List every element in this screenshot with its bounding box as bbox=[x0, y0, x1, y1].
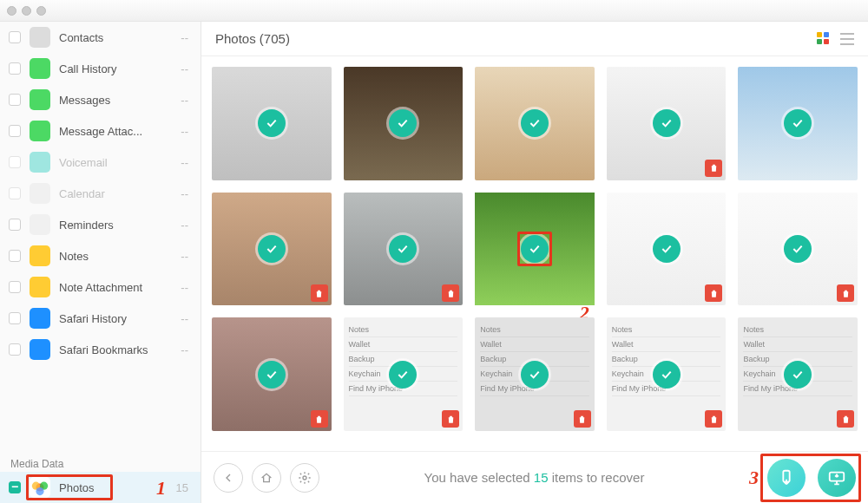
sidebar-item-messages[interactable]: Messages-- bbox=[0, 84, 201, 115]
traffic-light-minimize[interactable] bbox=[22, 6, 31, 16]
selected-check-icon bbox=[784, 235, 812, 263]
sidebar-item-label: Call History bbox=[59, 62, 172, 75]
selected-check-icon bbox=[389, 109, 417, 137]
photo-thumb[interactable] bbox=[607, 193, 727, 306]
photo-thumb[interactable] bbox=[212, 67, 332, 180]
message-attachments-icon bbox=[30, 121, 50, 141]
photo-thumb[interactable]: NotesWalletBackupKeychainFind My iPhone bbox=[475, 317, 595, 431]
sidebar-item-safari-bookmarks[interactable]: Safari Bookmarks-- bbox=[0, 334, 201, 365]
safari-bookmarks-icon bbox=[30, 339, 50, 360]
sidebar-item-label: Note Attachment bbox=[59, 281, 172, 294]
selected-check-icon bbox=[521, 361, 549, 389]
checkbox-icon[interactable] bbox=[9, 94, 21, 106]
sidebar-item-count: -- bbox=[181, 62, 188, 75]
sidebar-item-label: Contacts bbox=[59, 31, 172, 44]
sidebar-item-notes[interactable]: Notes-- bbox=[0, 240, 201, 271]
trash-icon[interactable] bbox=[311, 284, 328, 302]
sidebar-item-label: Safari History bbox=[59, 312, 172, 325]
photo-thumb[interactable] bbox=[344, 193, 464, 306]
svg-point-4 bbox=[303, 476, 306, 480]
photo-thumb[interactable] bbox=[475, 67, 595, 180]
annotation-1: 1 bbox=[156, 477, 166, 500]
sidebar-section-media: Media Data bbox=[0, 453, 201, 472]
sidebar-item-count: -- bbox=[181, 312, 188, 325]
sidebar-item-photos[interactable]: Photos 15 1 bbox=[0, 472, 201, 503]
sidebar-item-label: Message Attac... bbox=[59, 125, 172, 138]
checkbox-icon[interactable] bbox=[9, 31, 21, 43]
grid-view-icon[interactable] bbox=[816, 31, 832, 47]
selected-check-icon bbox=[258, 109, 286, 137]
trash-icon[interactable] bbox=[311, 410, 328, 428]
checkbox-icon[interactable] bbox=[9, 62, 21, 75]
checkbox-icon[interactable] bbox=[9, 343, 21, 356]
messages-icon bbox=[30, 89, 50, 110]
sidebar: Contacts--Call History--Messages--Messag… bbox=[0, 22, 201, 503]
selected-check-icon bbox=[258, 235, 286, 263]
sidebar-item-count: -- bbox=[181, 250, 188, 263]
checkbox-icon[interactable] bbox=[9, 219, 21, 231]
footer: You have selected 15 items to recover 3 bbox=[201, 451, 868, 503]
sidebar-item-count: -- bbox=[181, 281, 188, 294]
selected-check-icon bbox=[521, 109, 549, 137]
checkbox-icon[interactable] bbox=[9, 312, 21, 324]
photo-thumb[interactable] bbox=[344, 67, 464, 180]
selected-check-icon bbox=[653, 109, 681, 137]
reminders-icon bbox=[30, 214, 50, 235]
main-header: Photos (705) bbox=[201, 22, 868, 56]
trash-icon[interactable] bbox=[705, 160, 722, 177]
sidebar-item-count: -- bbox=[181, 156, 188, 169]
selected-check-icon bbox=[653, 361, 681, 389]
photo-thumb[interactable] bbox=[607, 67, 727, 180]
photo-thumb[interactable]: NotesWalletBackupKeychainFind My iPhone bbox=[738, 317, 858, 431]
photo-thumb[interactable]: NotesWalletBackupKeychainFind My iPhone bbox=[607, 317, 727, 431]
sidebar-item-safari-history[interactable]: Safari History-- bbox=[0, 303, 201, 334]
checkbox-icon bbox=[9, 156, 21, 168]
sidebar-item-label: Calendar bbox=[59, 187, 172, 200]
back-button[interactable] bbox=[214, 463, 243, 493]
trash-icon[interactable] bbox=[837, 284, 854, 302]
photo-thumb[interactable]: 2 bbox=[475, 193, 595, 306]
traffic-light-close[interactable] bbox=[7, 6, 16, 16]
photo-thumb[interactable] bbox=[212, 193, 332, 306]
selected-check-icon bbox=[389, 235, 417, 263]
sidebar-item-label: Voicemail bbox=[59, 156, 172, 169]
trash-icon[interactable] bbox=[442, 410, 459, 428]
trash-icon[interactable] bbox=[705, 410, 722, 428]
status-text: You have selected 15 items to recover bbox=[328, 470, 740, 485]
annotation-box-1 bbox=[26, 474, 113, 500]
sidebar-item-label: Safari Bookmarks bbox=[59, 343, 172, 356]
selected-check-icon bbox=[784, 361, 812, 389]
list-view-icon[interactable] bbox=[840, 33, 854, 45]
photo-thumb[interactable] bbox=[212, 317, 332, 431]
sidebar-item-count: -- bbox=[181, 94, 188, 107]
photo-thumb[interactable]: NotesWalletBackupKeychainFind My iPhone bbox=[344, 317, 464, 431]
sidebar-item-count: -- bbox=[181, 31, 188, 44]
annotation-3: 3 bbox=[749, 467, 759, 489]
photo-thumb[interactable] bbox=[738, 193, 858, 306]
home-button[interactable] bbox=[252, 463, 281, 493]
trash-icon[interactable] bbox=[705, 284, 722, 302]
trash-icon[interactable] bbox=[837, 410, 854, 428]
sidebar-item-count: 15 bbox=[176, 481, 188, 494]
traffic-light-zoom[interactable] bbox=[36, 6, 46, 16]
checkbox-icon bbox=[9, 187, 21, 199]
trash-icon[interactable] bbox=[442, 284, 459, 302]
sidebar-item-note-attachment[interactable]: Note Attachment-- bbox=[0, 271, 201, 303]
sidebar-item-contacts[interactable]: Contacts-- bbox=[0, 22, 201, 53]
titlebar bbox=[0, 0, 868, 22]
sidebar-item-label: Reminders bbox=[59, 219, 172, 232]
photo-thumb[interactable] bbox=[738, 67, 858, 180]
sidebar-item-reminders[interactable]: Reminders-- bbox=[0, 209, 201, 240]
checkbox-icon[interactable] bbox=[9, 250, 21, 262]
checkbox-icon[interactable] bbox=[9, 125, 21, 137]
sidebar-item-call-history[interactable]: Call History-- bbox=[0, 53, 201, 84]
checkbox-icon[interactable] bbox=[9, 281, 21, 293]
checkbox-icon[interactable] bbox=[9, 481, 21, 493]
settings-button[interactable] bbox=[290, 463, 319, 493]
trash-icon[interactable] bbox=[574, 410, 591, 428]
sidebar-item-label: Notes bbox=[59, 250, 172, 263]
call-history-icon bbox=[30, 58, 50, 79]
main-panel: Photos (705) 2NotesWalletBackupKeychainF… bbox=[201, 22, 868, 503]
contacts-icon bbox=[30, 27, 50, 48]
sidebar-item-message-attachments[interactable]: Message Attac...-- bbox=[0, 115, 201, 147]
